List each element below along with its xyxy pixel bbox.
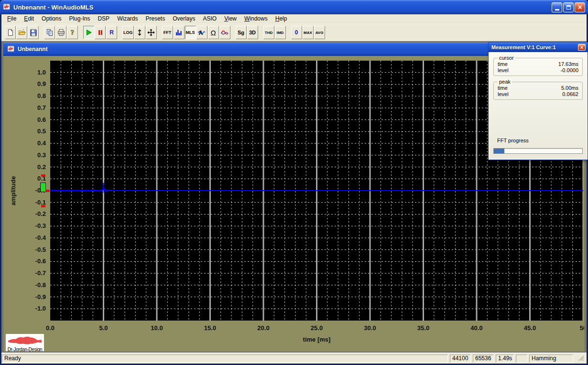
minimize-button[interactable] <box>552 2 562 12</box>
x-tick-label: 15.0 <box>197 324 224 332</box>
status-field-sample-rate: 44100 <box>450 354 471 363</box>
impedance-button[interactable]: Ω <box>208 26 219 39</box>
svg-text:?: ? <box>71 29 74 36</box>
save-button[interactable] <box>28 26 39 39</box>
record-button[interactable]: R <box>106 26 117 39</box>
resize-grip[interactable] <box>578 355 585 362</box>
y-tick-label: 0.4 <box>16 140 46 147</box>
close-button[interactable]: × <box>575 2 585 12</box>
open-button[interactable] <box>16 26 27 39</box>
menu-view[interactable]: View <box>220 14 240 23</box>
group-label: peak <box>498 79 512 85</box>
log-scale-button[interactable]: LOG <box>122 26 134 39</box>
scope-button[interactable]: A <box>196 26 207 39</box>
max-button[interactable]: MAX <box>303 26 314 39</box>
y-tick-label: -0.9 <box>16 293 46 301</box>
main-window: Unbenannt - WinAudioMLS × FileEditOption… <box>0 0 588 365</box>
measurement-group-cursor: cursortime17.63mslevel-0.0000 <box>493 58 583 76</box>
fft-progress-fill <box>494 149 504 153</box>
zero-button[interactable]: 0 <box>291 26 302 39</box>
imd-button[interactable]: IMD <box>275 26 286 39</box>
document-icon <box>7 45 15 54</box>
x-tick-label: 10.0 <box>143 324 170 332</box>
max-button-label: MAX <box>304 31 312 35</box>
fft-button-label: FFT <box>163 30 172 35</box>
menu-edit[interactable]: Edit <box>20 14 38 23</box>
record-button-label: R <box>109 29 114 36</box>
app-icon <box>3 3 11 12</box>
close-icon: × <box>580 44 583 50</box>
overlay-curves-button[interactable] <box>219 26 230 39</box>
toolbar: ?RLOGFFTMLSAΩSg3DTHDIMD0MAXAVG <box>1 23 587 41</box>
y-tick-label: 0.8 <box>16 92 46 99</box>
x-axis-label: time [ms] <box>50 336 583 343</box>
menu-plug-ins[interactable]: Plug-Ins <box>65 14 94 23</box>
y-tick-label: 0.2 <box>16 163 46 171</box>
menu-overlays[interactable]: Overlays <box>169 14 199 23</box>
y-tick-label: -0.8 <box>16 281 46 289</box>
menu-file[interactable]: File <box>3 14 20 23</box>
logo-text: Dr-Jordan-Design <box>8 347 43 351</box>
y-tick-label: -1.0 <box>16 305 46 312</box>
y-tick-label: -0.5 <box>16 246 46 253</box>
x-tick-label: 35.0 <box>410 324 437 332</box>
y-tick-label: 0.9 <box>16 80 46 87</box>
vertical-arrows-icon <box>136 29 143 36</box>
toolbar-group: LOG <box>122 26 157 39</box>
new-button[interactable] <box>5 26 16 39</box>
menu-dsp[interactable]: DSP <box>94 14 113 23</box>
thd-button[interactable]: THD <box>263 26 274 39</box>
zero-button-label: 0 <box>295 29 298 36</box>
menu-asio[interactable]: ASIO <box>199 14 221 23</box>
mls-button[interactable]: MLS <box>185 26 196 39</box>
toolbar-group: R <box>83 26 118 39</box>
three-d-button[interactable]: 3D <box>247 26 258 39</box>
zoom-vertical-button[interactable] <box>134 26 145 39</box>
status-bar: Ready 44100655361.49sHamming <box>1 353 587 364</box>
restore-button[interactable] <box>563 2 574 12</box>
menu-help[interactable]: Help <box>272 14 291 23</box>
pan-button[interactable] <box>146 26 157 39</box>
group-label: cursor <box>498 55 515 61</box>
measurement-titlebar[interactable]: Measurement V:1 Curve:1 × <box>489 43 588 52</box>
spectrum-button[interactable] <box>174 26 185 39</box>
x-tick-label: 20.0 <box>250 324 277 332</box>
menu-presets[interactable]: Presets <box>142 14 169 23</box>
level-meter-mark <box>41 174 45 177</box>
measurement-title: Measurement V:1 Curve:1 <box>491 44 556 50</box>
y-tick-label: 0.6 <box>16 116 46 123</box>
measurement-close-button[interactable]: × <box>578 44 586 51</box>
y-tick-label: -0.2 <box>16 210 46 217</box>
brand-logo: Dr-Jordan-Design <box>6 334 44 351</box>
play-button[interactable] <box>83 26 94 39</box>
restore-icon <box>566 5 571 10</box>
menu-windows[interactable]: Windows <box>240 14 272 23</box>
pause-button[interactable] <box>95 26 106 39</box>
scope-sine-icon: A <box>198 29 206 36</box>
fft-button[interactable]: FFT <box>162 26 173 39</box>
x-tick-label: 25.0 <box>304 324 330 332</box>
help-icon: ? <box>69 29 76 36</box>
impedance-button-label: Ω <box>210 29 216 37</box>
new-document-icon <box>7 29 14 36</box>
y-tick-label: -0.7 <box>16 269 46 277</box>
menu-options[interactable]: Options <box>38 14 65 23</box>
avg-button[interactable]: AVG <box>314 26 325 39</box>
level-meter-mark <box>41 205 45 207</box>
help-button[interactable]: ? <box>67 26 78 39</box>
level-meter-mark <box>45 190 50 192</box>
menu-wizards[interactable]: Wizards <box>113 14 142 23</box>
spectrum-bars-icon <box>175 29 183 36</box>
x-tick-label: 5.0 <box>90 324 117 332</box>
measurement-row: time5.00ms <box>498 85 578 91</box>
y-tick-label: 0.3 <box>16 151 46 159</box>
x-tick-label: 50 <box>570 324 584 332</box>
y-tick-label: -0.6 <box>16 258 46 265</box>
copy-button[interactable] <box>44 26 55 39</box>
print-button[interactable] <box>55 26 66 39</box>
signal-generator-button[interactable]: Sg <box>236 26 247 39</box>
menu-bar: FileEditOptionsPlug-InsDSPWizardsPresets… <box>1 14 587 23</box>
measurement-row-value: 5.00ms <box>561 85 578 91</box>
main-titlebar[interactable]: Unbenannt - WinAudioMLS × <box>0 0 588 14</box>
open-folder-icon <box>18 29 26 36</box>
